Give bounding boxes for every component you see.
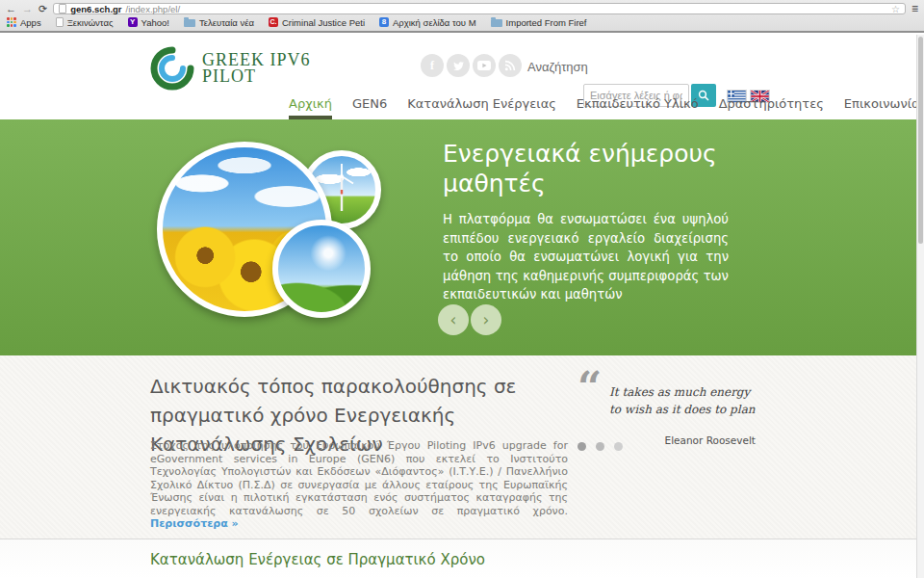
hero-description: Η πλατφόρμα θα ενσωματώσει ένα υψηλού επ… [443, 210, 729, 304]
apps-grid-icon [7, 17, 16, 27]
bookmark-item[interactable]: Imported From Firef [491, 17, 587, 28]
criminal-justice-icon: C. [269, 17, 278, 27]
quote-text: It takes as much energy to wish as it do… [609, 383, 756, 418]
logo-text: GREEK IPV6 PILOT [202, 52, 311, 85]
logo-swirl-icon [150, 46, 194, 91]
section-body-text: Στόχος της υλοποίησης του Ευρωπαϊκού Έργ… [150, 439, 568, 517]
scrollbar-thumb[interactable] [918, 37, 923, 244]
section-body: Στόχος της υλοποίησης του Ευρωπαϊκού Έργ… [150, 439, 568, 531]
hero-title: Ενεργειακά ενήμερους μαθητές [443, 139, 732, 198]
bookmark-item[interactable]: Y Yahoo! [128, 17, 169, 28]
address-bar[interactable]: gen6.sch.gr/index.php/el/ ☆ [53, 3, 906, 14]
hero-banner: Ενεργειακά ενήμερους μαθητές Η πλατφόρμα… [0, 119, 924, 355]
carousel-dot[interactable] [596, 442, 604, 451]
refresh-icon[interactable]: ⟳ [38, 4, 47, 14]
bookmark-label: Yahoo! [141, 17, 169, 28]
site-header: GREEK IPV6 PILOT f Αναζήτηση [0, 35, 924, 119]
yahoo-icon: Y [128, 17, 138, 27]
folder-icon [184, 19, 195, 27]
bookmark-label: Ξεκινώντας [67, 17, 114, 28]
nav-item-energy-consumption[interactable]: Κατανάλωση Ενέργειας [407, 96, 556, 119]
realtime-consumption-section: Κατανάλωση Ενέργειας σε Πραγματικό Χρόνο [0, 539, 924, 578]
page-content: GREEK IPV6 PILOT f Αναζήτηση [0, 35, 924, 578]
carousel-dot[interactable] [614, 442, 623, 451]
browser-toolbar: ← → ⟳ gen6.sch.gr/index.php/el/ ☆ ≡ [0, 0, 924, 15]
twitter-icon[interactable] [447, 54, 470, 77]
url-host: gen6.sch.gr [70, 4, 121, 14]
bookmark-item[interactable]: 8 Αρχική σελίδα του Μ [379, 17, 476, 28]
url-path: /index.php/el/ [126, 4, 181, 14]
nav-item-contact[interactable]: Επικοινωνία [844, 96, 920, 119]
bookmark-label: Apps [20, 17, 41, 28]
browser-window: ← → ⟳ gen6.sch.gr/index.php/el/ ☆ ≡ Apps… [0, 0, 924, 578]
menu-icon[interactable]: ≡ [911, 2, 918, 15]
main-navigation: Αρχική GEN6 Κατανάλωση Ενέργειας Εκπαιδε… [289, 96, 920, 119]
green-hills-photo [272, 220, 371, 318]
scrollbar[interactable] [916, 35, 924, 578]
bookmark-label: Αρχική σελίδα του Μ [393, 17, 476, 28]
bookmark-star-icon[interactable]: ☆ [891, 4, 900, 14]
google-site-icon: 8 [379, 17, 389, 27]
quote-mark-icon: “ [578, 363, 602, 412]
quote-carousel-dots [578, 442, 623, 451]
quote-author: Eleanor Roosevelt [609, 434, 756, 446]
intro-section: Δικτυακός τόπος παρακολούθησης σε πραγμα… [0, 355, 924, 539]
search-label: Αναζήτηση [527, 60, 588, 74]
social-links: f [421, 54, 522, 77]
carousel-dot[interactable] [578, 442, 586, 451]
bookmark-item[interactable]: Τελευταία νέα [184, 17, 254, 28]
read-more-link[interactable]: Περισσότερα » [150, 517, 239, 530]
site-logo[interactable]: GREEK IPV6 PILOT [150, 46, 311, 91]
folder-icon [491, 19, 502, 27]
nav-item-gen6[interactable]: GEN6 [352, 96, 387, 119]
youtube-icon[interactable] [473, 54, 496, 77]
realtime-consumption-heading: Κατανάλωση Ενέργειας σε Πραγματικό Χρόνο [150, 551, 485, 568]
page-icon [59, 4, 66, 13]
bookmark-item[interactable]: C. Criminal Justice Peti [269, 17, 365, 28]
back-icon[interactable]: ← [6, 4, 16, 14]
page-icon [56, 17, 64, 27]
forward-icon[interactable]: → [22, 4, 33, 14]
bookmark-label: Τελευταία νέα [199, 17, 254, 28]
bookmark-label: Criminal Justice Peti [282, 17, 365, 28]
logo-line2: PILOT [202, 68, 311, 85]
nav-item-activities[interactable]: Δραστηριότητες [719, 96, 824, 119]
bookmark-label: Imported From Firef [506, 17, 587, 28]
nav-item-educational-material[interactable]: Εκπαιδευτικό Υλικό [577, 96, 699, 119]
rss-icon[interactable] [499, 54, 522, 77]
browser-chrome: ← → ⟳ gen6.sch.gr/index.php/el/ ☆ ≡ Apps… [0, 0, 924, 33]
bookmark-apps[interactable]: Apps [7, 17, 41, 28]
nav-item-home[interactable]: Αρχική [289, 96, 332, 119]
bookmark-item[interactable]: Ξεκινώντας [56, 17, 114, 28]
bookmarks-bar: Apps Ξεκινώντας Y Yahoo! Τελευταία νέα C… [0, 15, 924, 29]
carousel-next-button[interactable]: › [471, 304, 501, 335]
facebook-icon[interactable]: f [421, 54, 444, 77]
carousel-prev-button[interactable]: ‹ [438, 304, 469, 335]
